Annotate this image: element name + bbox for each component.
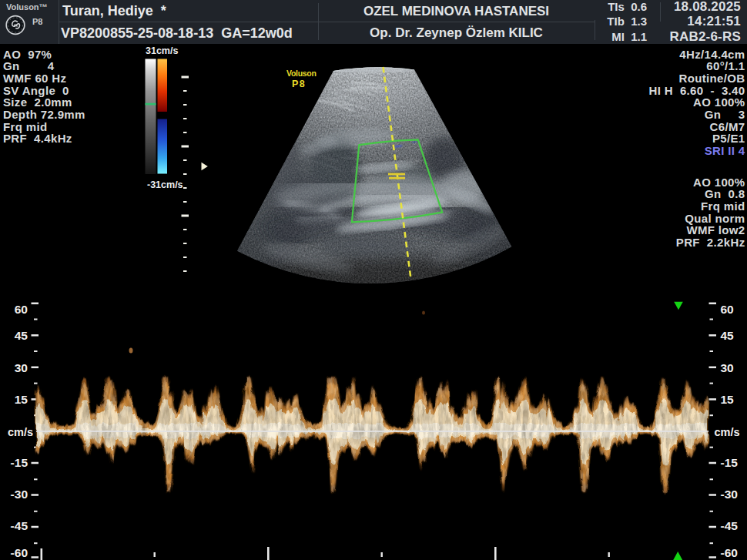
svg-text:-60: -60 xyxy=(721,546,738,559)
svg-text:15: 15 xyxy=(15,393,28,406)
svg-text:60: 60 xyxy=(721,303,734,316)
svg-text:P8: P8 xyxy=(292,79,306,89)
svg-text:cm/s: cm/s xyxy=(8,426,33,438)
svg-text:-30: -30 xyxy=(11,488,28,501)
svg-text:-15: -15 xyxy=(721,456,739,469)
svg-text:15: 15 xyxy=(721,393,735,406)
svg-text:60: 60 xyxy=(15,303,28,316)
svg-text:-31cm/s: -31cm/s xyxy=(147,179,183,190)
svg-text:Voluson: Voluson xyxy=(286,69,317,78)
svg-text:cm/s: cm/s xyxy=(715,426,740,438)
svg-text:-45: -45 xyxy=(721,519,739,532)
svg-text:-45: -45 xyxy=(11,519,28,532)
svg-text:31cm/s: 31cm/s xyxy=(146,45,178,56)
svg-text:45: 45 xyxy=(721,329,735,342)
svg-text:-60: -60 xyxy=(11,546,28,559)
svg-text:30: 30 xyxy=(721,361,734,374)
svg-text:30: 30 xyxy=(15,361,28,374)
svg-text:-15: -15 xyxy=(11,456,28,469)
svg-text:45: 45 xyxy=(15,329,28,342)
svg-text:-30: -30 xyxy=(721,488,738,501)
